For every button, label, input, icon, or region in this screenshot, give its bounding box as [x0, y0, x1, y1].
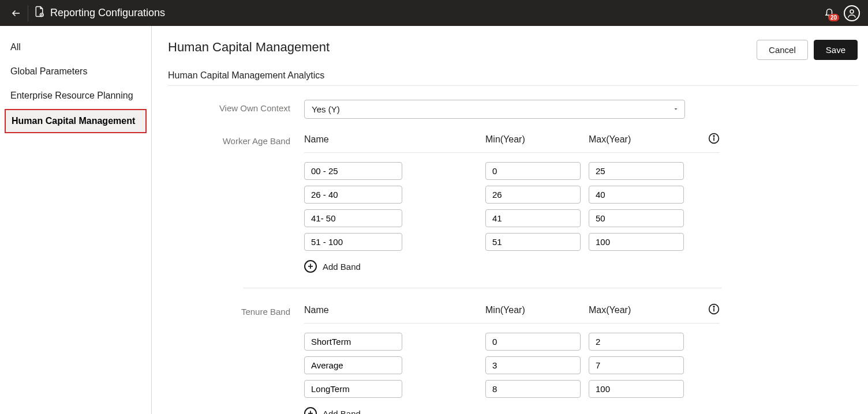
age-band-name-input[interactable] — [304, 209, 402, 227]
age-band-row — [304, 186, 720, 204]
age-band-name-input[interactable] — [304, 233, 402, 251]
worker-age-band-row: Worker Age Band Name Min(Year) Max(Year)… — [168, 133, 858, 273]
svg-point-5 — [713, 136, 714, 137]
cancel-button[interactable]: Cancel — [757, 40, 808, 60]
svg-point-8 — [713, 306, 714, 307]
section-divider — [243, 288, 722, 288]
section-subtitle: Human Capital Management Analytics — [168, 70, 858, 81]
age-band-row — [304, 162, 720, 180]
svg-point-2 — [850, 10, 854, 13]
age-band-min-input[interactable] — [485, 162, 581, 180]
sidebar-item-all[interactable]: All — [0, 35, 151, 59]
notifications-badge: 20 — [828, 14, 839, 21]
sidebar: All Global Parameters Enterprise Resourc… — [0, 26, 152, 414]
notifications-button[interactable]: 20 — [824, 6, 835, 20]
sidebar-item-erp[interactable]: Enterprise Resource Planning — [0, 84, 151, 108]
tenure-band-row: Tenure Band Name Min(Year) Max(Year) + — [168, 303, 858, 414]
topbar-divider — [28, 5, 28, 21]
plus-icon: + — [304, 407, 317, 414]
tenure-band-rows — [304, 333, 720, 398]
age-band-name-input[interactable] — [304, 162, 402, 180]
sidebar-item-hcm[interactable]: Human Capital Management — [5, 109, 147, 133]
topbar: Reporting Configurations 20 — [0, 0, 868, 26]
age-band-min-input[interactable] — [485, 209, 581, 227]
add-tenure-band-button[interactable]: + Add Band — [304, 407, 720, 414]
col-name: Name — [304, 134, 402, 145]
age-band-max-input[interactable] — [589, 162, 684, 180]
tenure-band-min-input[interactable] — [485, 333, 581, 351]
view-own-context-select[interactable]: Yes (Y) — [304, 100, 685, 119]
age-band-max-input[interactable] — [589, 186, 684, 204]
tenure-band-min-input[interactable] — [485, 356, 581, 374]
age-band-header: Name Min(Year) Max(Year) — [304, 133, 720, 153]
age-band-max-input[interactable] — [589, 233, 684, 251]
add-band-label: Add Band — [323, 262, 361, 272]
plus-icon: + — [304, 260, 317, 273]
add-band-label: Add Band — [323, 409, 361, 415]
tenure-band-row — [304, 380, 720, 398]
back-button[interactable] — [8, 8, 24, 18]
tenure-band-row — [304, 333, 720, 351]
tenure-band-header: Name Min(Year) Max(Year) — [304, 303, 720, 323]
col-min: Min(Year) — [485, 134, 581, 145]
page-title: Reporting Configurations — [50, 7, 165, 19]
col-max: Max(Year) — [589, 134, 684, 145]
col-name: Name — [304, 305, 402, 315]
info-icon[interactable] — [708, 133, 720, 146]
age-band-row — [304, 209, 720, 227]
tenure-band-label: Tenure Band — [168, 303, 304, 317]
col-min: Min(Year) — [485, 305, 581, 315]
age-band-row — [304, 233, 720, 251]
tenure-band-max-input[interactable] — [589, 380, 684, 398]
tenure-band-name-input[interactable] — [304, 380, 402, 398]
age-band-min-input[interactable] — [485, 233, 581, 251]
user-icon — [847, 8, 857, 18]
header-divider — [168, 85, 858, 86]
add-age-band-button[interactable]: + Add Band — [304, 260, 720, 273]
col-max: Max(Year) — [589, 305, 684, 315]
tenure-band-name-input[interactable] — [304, 333, 402, 351]
view-own-context-label: View Own Context — [168, 100, 304, 113]
info-icon[interactable] — [708, 303, 720, 317]
tenure-band-name-input[interactable] — [304, 356, 402, 374]
main-content: Human Capital Management Cancel Save Hum… — [152, 26, 868, 414]
age-band-name-input[interactable] — [304, 186, 402, 204]
age-band-min-input[interactable] — [485, 186, 581, 204]
tenure-band-max-input[interactable] — [589, 333, 684, 351]
view-own-context-row: View Own Context Yes (Y) — [168, 100, 858, 119]
tenure-band-min-input[interactable] — [485, 380, 581, 398]
section-title: Human Capital Management — [168, 40, 330, 55]
tenure-band-max-input[interactable] — [589, 356, 684, 374]
age-band-rows — [304, 162, 720, 251]
tenure-band-row — [304, 356, 720, 374]
age-band-max-input[interactable] — [589, 209, 684, 227]
worker-age-band-label: Worker Age Band — [168, 133, 304, 146]
user-avatar[interactable] — [844, 5, 860, 21]
save-button[interactable]: Save — [814, 40, 858, 60]
report-icon — [34, 6, 44, 20]
sidebar-item-global-parameters[interactable]: Global Parameters — [0, 59, 151, 84]
